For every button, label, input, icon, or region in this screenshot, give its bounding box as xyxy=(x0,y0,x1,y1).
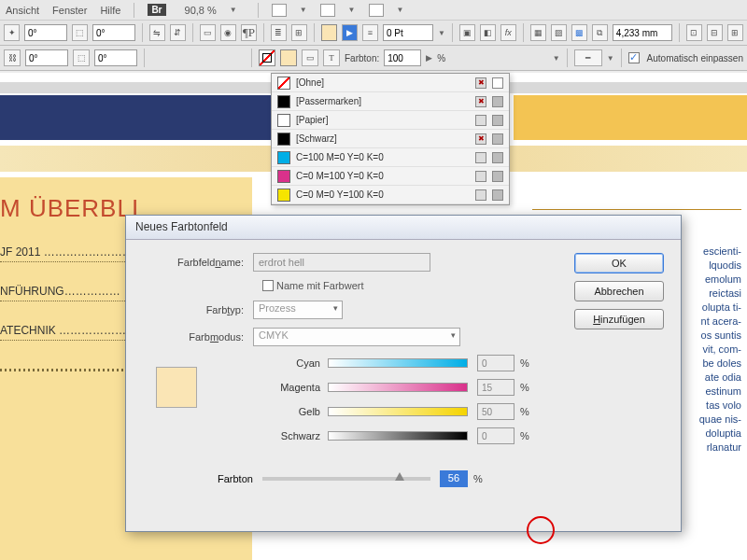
channel-value-field xyxy=(477,427,514,444)
cmyk-row: Magenta% xyxy=(266,379,664,396)
channel-gradient xyxy=(328,358,468,368)
align-icon[interactable]: ≣ xyxy=(271,24,287,41)
swatch-row[interactable]: C=0 M=100 Y=0 K=0 xyxy=(272,167,509,186)
new-tint-swatch-dialog: Neues Farbtonfeld OK Abbrechen Hinzufüge… xyxy=(125,215,682,532)
fill-swatch-2[interactable] xyxy=(280,49,297,66)
name-with-value-label: Name mit Farbwert xyxy=(276,280,364,291)
no-fill-icon[interactable] xyxy=(259,49,275,66)
swatch-name: [Ohne] xyxy=(296,77,470,88)
cancel-button[interactable]: Abbrechen xyxy=(574,281,664,301)
tint-slider[interactable] xyxy=(262,477,430,481)
distribute-icon[interactable]: ⊞ xyxy=(291,24,307,41)
swatch-name: C=0 M=100 Y=0 K=0 xyxy=(296,171,470,181)
select-content-icon[interactable]: ◉ xyxy=(220,24,236,41)
fit-content-icon[interactable]: ▦ xyxy=(530,24,546,41)
center-content-icon[interactable]: ▩ xyxy=(571,24,587,41)
select-container-icon[interactable]: ▭ xyxy=(200,24,216,41)
cmyk-row: Schwarz% xyxy=(266,427,664,444)
mode-label: Farbmodus: xyxy=(143,331,253,343)
tint-label: Farbton xyxy=(218,473,253,484)
shear-icon-2[interactable]: ⬚ xyxy=(73,49,90,66)
swatch-row[interactable]: [Ohne] xyxy=(272,74,509,92)
color-mode-select: CMYK xyxy=(253,328,460,346)
swatch-row[interactable]: [Papier] xyxy=(272,111,509,130)
percent-label: % xyxy=(520,382,529,393)
swatch-name: [Passermarken] xyxy=(296,96,470,106)
swatch-color-icon xyxy=(277,114,290,127)
measure-field[interactable] xyxy=(613,24,672,41)
channel-label: Gelb xyxy=(266,406,328,417)
control-toolbar-2: ⛓ ⬚ ▭ T Farbton: ▶ % ▼ ━▼ Automatisch ei… xyxy=(0,46,747,71)
swatch-color-icon xyxy=(277,77,290,90)
channel-label: Cyan xyxy=(266,357,328,369)
link-icon[interactable]: ⛓ xyxy=(4,49,21,66)
corner-icon[interactable]: ◧ xyxy=(480,24,496,41)
shear-icon[interactable]: ⬚ xyxy=(72,24,88,41)
shear-field[interactable] xyxy=(92,24,135,41)
color-type-select: Prozess xyxy=(253,301,343,319)
frame-fit-1-icon[interactable]: ⊡ xyxy=(686,24,702,41)
channel-value-field xyxy=(477,403,514,420)
stroke-weight-icon[interactable]: ≡ xyxy=(362,24,378,41)
cmyk-row: Cyan% xyxy=(266,355,664,371)
arrange-icon[interactable] xyxy=(320,4,335,17)
tint-label: Farbton: xyxy=(345,53,379,63)
percent-label: % xyxy=(437,53,445,63)
flip-v-icon[interactable]: ⇵ xyxy=(170,24,186,41)
fill-swatch[interactable] xyxy=(321,24,337,41)
swatch-name: [Papier] xyxy=(296,115,470,125)
formatting-container-icon[interactable]: ▭ xyxy=(302,49,318,66)
swatch-flag-icon xyxy=(475,115,486,126)
view-options-icon[interactable] xyxy=(369,4,384,17)
fit-frame-icon[interactable]: ▨ xyxy=(551,24,567,41)
tint-field[interactable] xyxy=(384,49,421,66)
menu-help[interactable]: Hilfe xyxy=(100,5,120,16)
screen-mode-icon[interactable] xyxy=(272,4,287,17)
swatch-flag-icon xyxy=(475,133,486,145)
stroke-weight-field[interactable] xyxy=(383,24,433,41)
stroke-toggle-icon[interactable]: ▶ xyxy=(342,24,358,41)
autofit-checkbox[interactable] xyxy=(628,52,640,63)
swatch-name: C=100 M=0 Y=0 K=0 xyxy=(296,152,470,162)
channel-gradient xyxy=(328,383,468,392)
shear-field-2[interactable] xyxy=(94,49,137,66)
stroke-style-icon[interactable]: ━ xyxy=(574,49,602,66)
dialog-title: Neues Farbtonfeld xyxy=(126,216,681,240)
text-wrap-icon[interactable]: ▣ xyxy=(459,24,475,41)
menu-window[interactable]: Fenster xyxy=(52,5,87,16)
swatch-name-field xyxy=(253,253,430,272)
rotation-field[interactable] xyxy=(24,24,67,41)
swatch-type-icon xyxy=(492,77,503,89)
ok-button[interactable]: OK xyxy=(574,253,664,273)
swatch-row[interactable]: C=100 M=0 Y=0 K=0 xyxy=(272,148,509,167)
rotation-field-2[interactable] xyxy=(25,49,68,66)
tint-value-field[interactable]: 56 xyxy=(440,470,468,487)
zoom-level[interactable]: 90,8 % xyxy=(185,5,217,16)
swatch-flag-icon xyxy=(475,77,486,89)
bridge-icon[interactable]: Br xyxy=(148,4,165,16)
swatch-flag-icon xyxy=(475,152,486,163)
swatches-dropdown[interactable]: [Ohne][Passermarken][Papier][Schwarz]C=1… xyxy=(271,73,510,205)
name-with-value-checkbox xyxy=(262,280,274,291)
percent-label: % xyxy=(520,406,529,417)
swatch-row[interactable]: [Schwarz] xyxy=(272,130,509,148)
channel-label: Magenta xyxy=(266,382,328,393)
tint-slider-thumb[interactable] xyxy=(395,472,404,481)
crop-icon[interactable]: ⧉ xyxy=(592,24,608,41)
type-label: Farbtyp: xyxy=(143,304,253,315)
formatting-text-icon[interactable]: T xyxy=(323,49,340,66)
frame-fit-3-icon[interactable]: ⊞ xyxy=(727,24,743,41)
swatch-color-icon xyxy=(277,95,290,108)
menubar: Ansicht Fenster Hilfe Br 90,8 % ▼ ▼ ▼ ▼ xyxy=(0,0,747,21)
swatch-row[interactable]: C=0 M=0 Y=100 K=0 xyxy=(272,186,509,204)
fx-icon[interactable]: fx xyxy=(500,24,516,41)
menu-view[interactable]: Ansicht xyxy=(6,5,39,16)
frame-fit-2-icon[interactable]: ⊟ xyxy=(707,24,723,41)
add-button[interactable]: Hinzufügen xyxy=(574,309,664,329)
autofit-label: Automatisch einpassen xyxy=(647,53,743,63)
flip-h-icon[interactable]: ⇋ xyxy=(149,24,165,41)
reference-point-icon[interactable]: ✦ xyxy=(4,24,20,41)
paragraph-icon[interactable]: ¶P xyxy=(241,24,257,41)
swatch-row[interactable]: [Passermarken] xyxy=(272,92,509,111)
swatch-type-icon xyxy=(492,189,503,201)
